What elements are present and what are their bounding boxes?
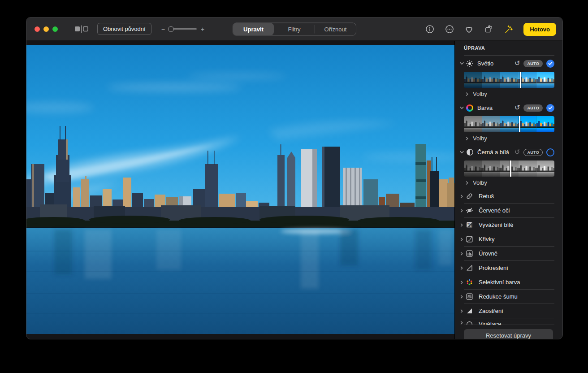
info-icon[interactable]: [425, 25, 434, 34]
chevron-down-icon[interactable]: [458, 150, 465, 155]
bandaid-icon: [466, 192, 473, 200]
close-button[interactable]: [35, 26, 40, 32]
more-options-icon[interactable]: [445, 25, 454, 34]
toolbar-right: Hotovo: [425, 17, 556, 41]
chevron-right-icon: [458, 208, 465, 213]
undo-icon[interactable]: ↺: [514, 149, 520, 156]
section-label: Barva: [477, 104, 514, 111]
auto-badge[interactable]: AUTO: [523, 149, 543, 156]
chevron-right-icon: [465, 92, 469, 96]
adjustment-label: Zaostření: [479, 308, 503, 314]
fullscreen-button[interactable]: [52, 26, 58, 32]
barva-thumbnail-slider[interactable]: [464, 116, 554, 132]
adjustment-label: Prokreslení: [479, 265, 508, 271]
adjust-sidebar: ÚPRAVA Světlo ↺ AUTO: [454, 41, 562, 339]
enabled-checkbox[interactable]: [546, 104, 554, 112]
adjustment-label: Selektivní barva: [479, 279, 520, 286]
svg-text:B: B: [470, 225, 472, 228]
chevron-right-icon: [458, 252, 465, 256]
chevron-right-icon: [465, 181, 469, 185]
slider-indicator[interactable]: [520, 72, 521, 88]
options-label: Volby: [473, 91, 487, 97]
chevron-right-icon: [458, 295, 465, 299]
section-barva[interactable]: Barva ↺ AUTO: [455, 100, 562, 116]
enabled-checkbox[interactable]: [546, 60, 554, 68]
revert-original-button[interactable]: Obnovit původní: [97, 23, 151, 35]
done-button[interactable]: Hotovo: [523, 23, 556, 36]
adjustment-cervene-oci[interactable]: Červené oči: [455, 204, 562, 217]
adjustment-zaostreni[interactable]: Zaostření: [455, 304, 562, 318]
zoom-slider: − +: [161, 26, 204, 33]
adjustment-label: Vyvážení bílé: [479, 221, 514, 228]
cb-thumbnail-slider[interactable]: [464, 160, 554, 177]
adjustment-vinetace[interactable]: Vinětace: [455, 318, 562, 325]
adjustment-urovne[interactable]: Úrovně: [455, 247, 562, 260]
section-svetlo[interactable]: Světlo ↺ AUTO: [455, 56, 562, 71]
definition-icon: [466, 264, 473, 272]
barva-options-row[interactable]: Volby: [455, 132, 562, 144]
zoom-slider-knob[interactable]: [168, 26, 174, 32]
slider-indicator[interactable]: [519, 116, 520, 132]
section-label: Černá a bílá: [477, 149, 514, 156]
adjustment-label: Křivky: [479, 236, 494, 243]
chevron-down-icon[interactable]: [458, 105, 465, 110]
chevron-right-icon: [458, 266, 465, 270]
adjustment-label: Vinětace: [479, 321, 501, 325]
rotate-icon[interactable]: [484, 25, 493, 34]
white-balance-icon: W B: [466, 221, 473, 229]
undo-icon[interactable]: ↺: [514, 104, 520, 111]
adjustment-label: Červené oči: [479, 207, 510, 214]
chevron-right-icon: [458, 321, 465, 325]
svetlo-options-row[interactable]: Volby: [455, 88, 562, 100]
adjustment-krivky[interactable]: Křivky: [455, 232, 562, 246]
adjustment-selektivni-barva[interactable]: Selektivní barva: [455, 275, 562, 289]
cb-options-row[interactable]: Volby: [455, 177, 562, 189]
photo-chicago-skyline[interactable]: [26, 45, 455, 334]
zoom-out-label[interactable]: −: [161, 26, 165, 33]
svetlo-thumbnail-slider[interactable]: [464, 72, 554, 88]
favorite-heart-icon[interactable]: [464, 25, 474, 34]
adjustment-redukce-sumu[interactable]: Redukce šumu: [455, 290, 562, 304]
section-label: Světlo: [477, 60, 514, 67]
auto-badge[interactable]: AUTO: [523, 104, 543, 112]
options-label: Volby: [473, 179, 487, 186]
undo-icon[interactable]: ↺: [514, 60, 520, 67]
selective-color-icon: [466, 278, 473, 286]
compare-before-after-icon[interactable]: [74, 25, 89, 34]
sidebar-header: ÚPRAVA: [464, 45, 554, 51]
enabled-checkbox[interactable]: [546, 148, 554, 156]
reset-adjustments-button[interactable]: Resetovat úpravy: [464, 329, 553, 339]
row-divider: [464, 325, 554, 325]
photo-canvas-area: [26, 41, 454, 339]
adjustment-vyvazeni-bile[interactable]: W B Vyvážení bílé: [455, 218, 562, 232]
curves-icon: [466, 235, 473, 243]
slider-indicator[interactable]: [510, 160, 511, 177]
levels-icon: [466, 250, 473, 257]
window-controls: [35, 26, 58, 32]
chevron-right-icon: [458, 237, 465, 242]
noise-reduction-icon: [466, 293, 473, 300]
tab-filtry[interactable]: Filtry: [274, 23, 315, 35]
half-circle-icon: [466, 148, 474, 156]
color-wheel-icon: [466, 104, 474, 112]
eye-slash-icon: [466, 207, 473, 214]
chevron-right-icon: [458, 280, 465, 285]
sun-icon: [466, 60, 474, 68]
chevron-right-icon: [458, 194, 465, 199]
auto-badge[interactable]: AUTO: [523, 60, 543, 67]
section-cerna-a-bila[interactable]: Černá a bílá ↺ AUTO: [455, 144, 562, 160]
zoom-in-label[interactable]: +: [201, 26, 204, 33]
tab-upravit[interactable]: Upravit: [233, 23, 274, 35]
chevron-down-icon[interactable]: [458, 61, 465, 66]
tab-oriznout[interactable]: Oříznout: [315, 23, 356, 35]
zoom-slider-track[interactable]: [169, 28, 197, 30]
adjustment-label: Úrovně: [479, 250, 497, 257]
adjustment-prokresleni[interactable]: Prokreslení: [455, 261, 562, 275]
edit-mode-tabs: Upravit Filtry Oříznout: [233, 22, 356, 35]
chevron-right-icon: [458, 223, 465, 227]
minimize-button[interactable]: [43, 26, 49, 32]
options-label: Volby: [473, 135, 487, 142]
adjustment-retus[interactable]: Retuš: [455, 189, 562, 203]
sharpen-icon: [466, 307, 473, 315]
auto-enhance-wand-icon[interactable]: [504, 25, 513, 34]
